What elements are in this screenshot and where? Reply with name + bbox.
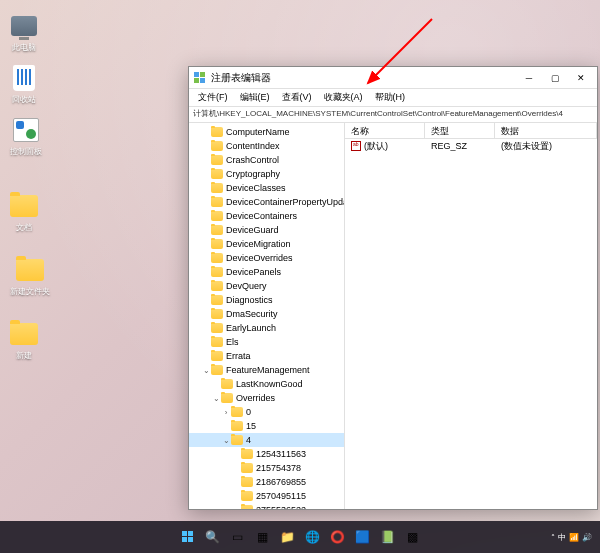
tree-label: EarlyLaunch — [226, 323, 276, 333]
folder-icon — [241, 449, 253, 459]
widgets-icon[interactable]: ▦ — [253, 527, 273, 547]
tree-node[interactable]: 2755536522 — [189, 503, 344, 509]
titlebar[interactable]: 注册表编辑器 ─ ▢ ✕ — [189, 67, 597, 89]
desktop-icon-folder[interactable]: 新建 — [10, 320, 38, 361]
tree-node[interactable]: Cryptography — [189, 167, 344, 181]
start-button[interactable] — [178, 527, 198, 547]
tree-label: ContentIndex — [226, 141, 280, 151]
regedit-icon — [193, 71, 207, 85]
tree-node[interactable]: Els — [189, 335, 344, 349]
tree-node[interactable]: DeviceGuard — [189, 223, 344, 237]
folder-icon — [211, 337, 223, 347]
tree-node[interactable]: ⌄4 — [189, 433, 344, 447]
svg-rect-8 — [182, 537, 187, 542]
network-icon[interactable]: 📶 — [569, 533, 579, 542]
tree-node[interactable]: DeviceMigration — [189, 237, 344, 251]
tree-node[interactable]: DeviceContainerPropertyUpda — [189, 195, 344, 209]
column-data[interactable]: 数据 — [495, 123, 597, 138]
tree-node[interactable]: DeviceOverrides — [189, 251, 344, 265]
svg-rect-9 — [188, 537, 193, 542]
tree-label: 1254311563 — [256, 449, 306, 459]
value-type: REG_SZ — [425, 141, 495, 151]
tree-node[interactable]: DeviceClasses — [189, 181, 344, 195]
menu-file[interactable]: 文件(F) — [193, 89, 233, 106]
desktop-icon-folder[interactable]: 文档 — [10, 192, 38, 233]
tree-node[interactable]: ›0 — [189, 405, 344, 419]
menu-help[interactable]: 帮助(H) — [370, 89, 411, 106]
menu-edit[interactable]: 编辑(E) — [235, 89, 275, 106]
menu-favorites[interactable]: 收藏夹(A) — [319, 89, 368, 106]
search-icon[interactable]: 🔍 — [203, 527, 223, 547]
tree-node[interactable]: DmaSecurity — [189, 307, 344, 321]
tree-node[interactable]: ⌄Overrides — [189, 391, 344, 405]
svg-rect-3 — [200, 72, 205, 77]
tree-node[interactable]: ContentIndex — [189, 139, 344, 153]
tree-node[interactable]: CrashControl — [189, 153, 344, 167]
tree-node[interactable]: DeviceContainers — [189, 209, 344, 223]
value-data: (数值未设置) — [495, 140, 597, 153]
tree-node[interactable]: Diagnostics — [189, 293, 344, 307]
tree-node[interactable]: 1254311563 — [189, 447, 344, 461]
expand-toggle-icon[interactable]: ⌄ — [201, 366, 211, 375]
taskbar[interactable]: 🔍 ▭ ▦ 📁 🌐 ⭕ 🟦 📗 ▩ ˄ 中 📶 🔊 — [0, 521, 600, 553]
svg-rect-6 — [182, 531, 187, 536]
value-name: (默认) — [364, 140, 388, 153]
chevron-up-icon[interactable]: ˄ — [551, 533, 555, 542]
tree-node[interactable]: Errata — [189, 349, 344, 363]
address-bar[interactable]: 计算机\HKEY_LOCAL_MACHINE\SYSTEM\CurrentCon… — [189, 107, 597, 123]
system-tray[interactable]: ˄ 中 📶 🔊 — [551, 532, 592, 543]
app-icon[interactable]: 🟦 — [353, 527, 373, 547]
tree-label: CrashControl — [226, 155, 279, 165]
desktop-icon-computer[interactable]: 此电脑 — [10, 12, 38, 53]
task-view-icon[interactable]: ▭ — [228, 527, 248, 547]
tree-node[interactable]: ⌄FeatureManagement — [189, 363, 344, 377]
tree-label: 215754378 — [256, 463, 301, 473]
desktop-icon-recycle[interactable]: 回收站 — [10, 64, 38, 105]
volume-icon[interactable]: 🔊 — [582, 533, 592, 542]
tree-label: 0 — [246, 407, 251, 417]
edge-icon[interactable]: 🌐 — [303, 527, 323, 547]
tree-node[interactable]: DevicePanels — [189, 265, 344, 279]
tree-node[interactable]: DevQuery — [189, 279, 344, 293]
registry-tree[interactable]: ComputerNameContentIndexCrashControlCryp… — [189, 123, 345, 509]
regedit-taskbar-icon[interactable]: ▩ — [403, 527, 423, 547]
desktop-icon-control-panel[interactable]: 控制面板 — [10, 116, 42, 157]
tree-label: Errata — [226, 351, 251, 361]
folder-icon — [211, 365, 223, 375]
icon-label: 此电脑 — [12, 42, 36, 53]
explorer-icon[interactable]: 📁 — [278, 527, 298, 547]
tree-node[interactable]: 2570495115 — [189, 489, 344, 503]
menubar: 文件(F) 编辑(E) 查看(V) 收藏夹(A) 帮助(H) — [189, 89, 597, 107]
tree-node[interactable]: LastKnownGood — [189, 377, 344, 391]
maximize-button[interactable]: ▢ — [543, 69, 567, 87]
tree-node[interactable]: ComputerName — [189, 125, 344, 139]
value-row[interactable]: (默认) REG_SZ (数值未设置) — [345, 139, 597, 153]
menu-view[interactable]: 查看(V) — [277, 89, 317, 106]
expand-toggle-icon[interactable]: ⌄ — [211, 394, 221, 403]
tree-node[interactable]: 2186769855 — [189, 475, 344, 489]
folder-icon — [211, 253, 223, 263]
folder-icon — [211, 239, 223, 249]
column-type[interactable]: 类型 — [425, 123, 495, 138]
expand-toggle-icon[interactable]: › — [221, 408, 231, 417]
svg-rect-5 — [200, 78, 205, 83]
chrome-icon[interactable]: ⭕ — [328, 527, 348, 547]
expand-toggle-icon[interactable]: ⌄ — [221, 436, 231, 445]
string-value-icon — [351, 141, 361, 151]
minimize-button[interactable]: ─ — [517, 69, 541, 87]
registry-editor-window: 注册表编辑器 ─ ▢ ✕ 文件(F) 编辑(E) 查看(V) 收藏夹(A) 帮助… — [188, 66, 598, 510]
folder-icon — [211, 169, 223, 179]
desktop-icon-folder[interactable]: 新建文件夹 — [10, 256, 50, 297]
folder-icon — [211, 351, 223, 361]
tree-node[interactable]: EarlyLaunch — [189, 321, 344, 335]
tree-label: DeviceContainers — [226, 211, 297, 221]
tree-label: 4 — [246, 435, 251, 445]
app-icon[interactable]: 📗 — [378, 527, 398, 547]
folder-icon — [211, 183, 223, 193]
column-name[interactable]: 名称 — [345, 123, 425, 138]
close-button[interactable]: ✕ — [569, 69, 593, 87]
tree-node[interactable]: 15 — [189, 419, 344, 433]
tree-node[interactable]: 215754378 — [189, 461, 344, 475]
folder-icon — [211, 295, 223, 305]
ime-icon[interactable]: 中 — [558, 532, 566, 543]
